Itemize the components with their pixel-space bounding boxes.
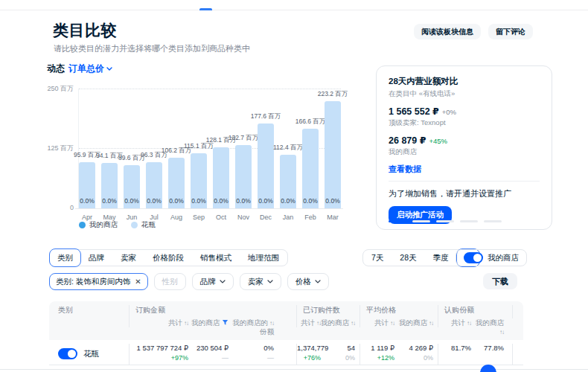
metric-dropdown[interactable]: 订单总价: [68, 62, 112, 75]
chart-bar-group: 106.2 百万0.0%Aug: [168, 89, 185, 208]
chevron-down-icon: [315, 280, 321, 283]
carousel-dot-2[interactable]: [412, 220, 430, 222]
filter-dropdown-性别: 性别: [154, 273, 186, 290]
filter-dropdown-价格[interactable]: 价格: [287, 273, 329, 290]
x-axis-line: [75, 208, 343, 209]
my-shop-value: 26 879 ₽+45%: [389, 135, 540, 146]
column-group-平均价格: 平均价格: [359, 305, 438, 318]
read-info-button[interactable]: 阅读该板块信息: [414, 24, 481, 39]
period-季度[interactable]: 季度: [425, 249, 457, 266]
view-data-link[interactable]: 查看数据: [389, 164, 540, 175]
leave-comment-button[interactable]: 留下评论: [488, 24, 533, 39]
column-header-label: 我的商店的↑↓: [229, 318, 274, 327]
table-group-header-row: 类别订购金额已订购件数平均价格认购份额: [49, 305, 523, 318]
dynamics-selector: 动态 订单总价: [47, 62, 112, 75]
sort-icon[interactable]: ↑↓: [351, 320, 355, 327]
tab-地理范围[interactable]: 地理范围: [240, 249, 287, 266]
tab-销售模式[interactable]: 销售模式: [192, 249, 240, 266]
cell-value: 4 269 ₽: [394, 344, 433, 353]
legend-item-我的商店[interactable]: 我的商店: [79, 220, 118, 230]
period-28天[interactable]: 28天: [392, 249, 424, 266]
bar-percent-label: 0.0%: [101, 197, 118, 205]
y-axis-tick-250: 250 百万: [22, 84, 74, 94]
table-row-花瓶: 花瓶1 537 797 724 ₽+97%230 504 ₽—0%—1,374,…: [49, 340, 523, 365]
cell-value: 1 119 ₽: [360, 344, 394, 353]
bar-percent-label: 0.0%: [124, 197, 140, 205]
column-header-我的商店-6[interactable]: 我的商店↑↓: [394, 318, 438, 327]
table-cell: 1 537 797 724 ₽+97%: [129, 344, 188, 365]
period-7天[interactable]: 7天: [363, 249, 392, 266]
filter-dropdown-label: 卖家: [248, 277, 263, 287]
column-header-label-line2: 份额: [229, 327, 274, 336]
table-header: 类别订购金额已订购件数平均价格认购份额共计↑↓我的商店 我的商店的↑↓份额共计↑…: [49, 301, 523, 340]
column-header-共计-3[interactable]: 共计↑↓: [296, 318, 321, 327]
y-axis-tick-0: 0: [22, 204, 74, 211]
carousel-dot-1[interactable]: [389, 220, 406, 222]
column-header-我的商店的-2[interactable]: 我的商店的↑↓份额: [229, 318, 296, 337]
cell-subvalue: 0%: [321, 354, 355, 363]
chart-bar-group: 223.2 百万0.0%Mar: [325, 89, 341, 208]
filter-dropdown-品牌[interactable]: 品牌: [192, 273, 234, 290]
column-header-共计-5[interactable]: 共计↑↓: [359, 318, 394, 327]
filter-icon[interactable]: [222, 319, 229, 326]
card-title: 28天内营业额对比: [389, 76, 540, 87]
bar-Dec: [258, 124, 274, 208]
top-seller-label: 顶级卖家: Texnopt: [389, 118, 540, 128]
chip-close-icon[interactable]: ✕: [135, 278, 141, 286]
bar-value-label: 166.6 百万: [295, 118, 326, 126]
carousel-dot-4[interactable]: [460, 220, 478, 222]
column-header-共计-7[interactable]: 共计↑↓: [438, 318, 471, 327]
bar-value-label: 112.4 百万: [273, 144, 303, 153]
row-toggle[interactable]: [58, 348, 77, 359]
chart-bar-group: 95.9 百万0.0%Apr: [79, 89, 95, 208]
tab-价格阶段[interactable]: 价格阶段: [144, 249, 192, 266]
tab-品牌[interactable]: 品牌: [80, 249, 112, 266]
legend-dot: [79, 222, 86, 228]
card-subtitle: 在类目中 «有线电话»: [389, 89, 540, 99]
column-header-我的商店-4[interactable]: 我的商店↑↓: [321, 318, 359, 327]
sort-icon[interactable]: ↑↓: [269, 320, 274, 327]
chart-bar-group: 94.1 百万0.0%May: [101, 89, 118, 208]
column-header-共计-0[interactable]: 共计↑↓: [129, 318, 188, 327]
x-axis-tick: Aug: [168, 214, 185, 221]
column-header-label: 我的商店↑↓: [321, 318, 355, 327]
carousel-dot-3[interactable]: [436, 220, 454, 222]
sort-icon[interactable]: ↑↓: [429, 320, 433, 327]
column-header-label: 共计↑↓: [130, 318, 188, 327]
column-header-label: 共计↑↓: [360, 318, 394, 327]
turnover-comparison-card: 28天内营业额对比 在类目中 «有线电话» 1 565 552 ₽+0% 顶级卖…: [376, 65, 552, 230]
row-category-name: 花瓶: [83, 349, 99, 359]
chevron-down-icon: [106, 67, 112, 71]
bar-percent-label: 0.0%: [258, 197, 274, 205]
bar-percent-label: 0.0%: [168, 197, 185, 205]
cell-subvalue: 0%: [394, 354, 433, 363]
tab-类别[interactable]: 类别: [49, 248, 81, 267]
card-divider: [389, 181, 540, 182]
table-subheader-row: 共计↑↓我的商店 我的商店的↑↓份额共计↑↓我的商店↑↓共计↑↓我的商店↑↓共计…: [49, 318, 523, 340]
legend-dot: [131, 222, 138, 228]
filter-dropdown-label: 性别: [162, 277, 178, 287]
column-header-我的商店-1[interactable]: 我的商店: [188, 318, 229, 327]
table-header-tail: [512, 305, 523, 318]
column-header-我的商店-8[interactable]: 我的商店↑↓: [471, 318, 512, 337]
table-cell: 77.8%·: [471, 344, 512, 365]
toggle-switch[interactable]: [464, 252, 483, 263]
column-header-label: 共计↑↓: [438, 318, 471, 327]
carousel-dots: [389, 220, 502, 222]
bar-percent-label: 0.0%: [79, 197, 95, 205]
my-shop-toggle-label: 我的商店: [488, 253, 519, 263]
legend-item-花瓶[interactable]: 花瓶: [131, 220, 156, 230]
filter-dropdown-卖家[interactable]: 卖家: [240, 273, 281, 290]
category-filter-chip[interactable]: 类别: 装饰和房间内饰 ✕: [49, 273, 148, 290]
my-shop-toggle[interactable]: 我的商店: [456, 249, 527, 266]
sort-icon[interactable]: ↑↓: [499, 329, 504, 336]
column-header-label: 我的商店↑↓: [394, 318, 433, 327]
tab-卖家[interactable]: 卖家: [112, 249, 144, 266]
x-axis-tick: Mar: [325, 214, 341, 221]
x-axis-tick: Sep: [191, 214, 207, 221]
carousel-dot-5[interactable]: [484, 220, 502, 222]
dynamics-label: 动态: [47, 62, 65, 75]
legend-label: 花瓶: [141, 220, 156, 230]
chat-fab[interactable]: [480, 365, 496, 372]
download-button[interactable]: 下载: [483, 273, 517, 289]
